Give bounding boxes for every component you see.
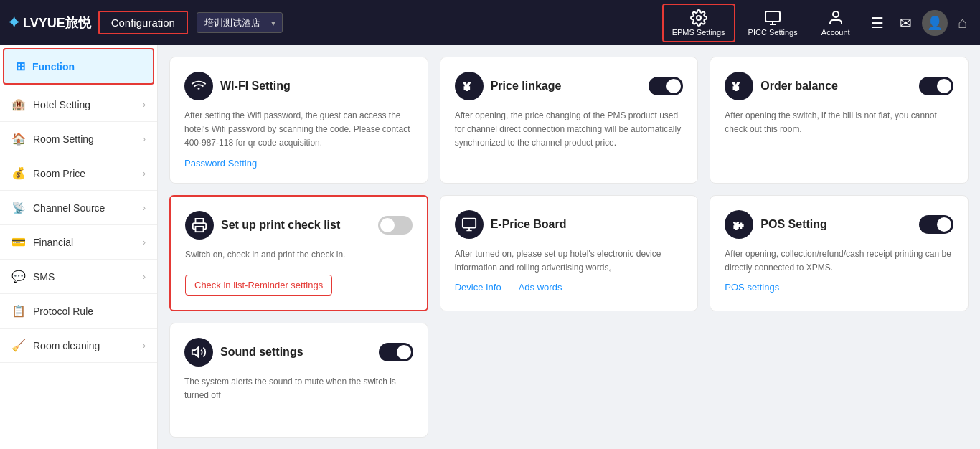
hotel-select-wrapper: 培训测试酒店 — [188, 12, 283, 33]
sidebar-icon-hotel-setting: 🏨 — [11, 98, 26, 111]
card-icon-pos-setting: ¥+ — [725, 210, 753, 239]
svg-marker-8 — [192, 347, 198, 356]
main-content: WI-FI Setting After setting the Wifi pas… — [158, 45, 980, 449]
card-title-order-balance: Order balance — [760, 80, 838, 93]
sidebar-icon-channel-source: 📡 — [11, 201, 26, 214]
account-button[interactable]: Account — [811, 5, 861, 41]
card-title-pos-setting: POS Setting — [760, 218, 826, 231]
epms-label: EPMS Settings — [672, 28, 725, 37]
hotel-select[interactable]: 培训测试酒店 — [197, 12, 283, 33]
card-links-eprice-board: Device InfoAds words — [455, 282, 684, 293]
card-header-wifi: WI-FI Setting — [184, 72, 413, 100]
card-header-order-balance: ¥ Order balance — [725, 72, 953, 100]
card-desc-pos-setting: After opening, collection/refund/cash re… — [725, 247, 953, 275]
card-header-eprice-board: E-Price Board — [455, 210, 684, 239]
sidebar-item-function[interactable]: ⊞ Function — [3, 48, 154, 85]
card-order-balance: ¥ Order balance After opening the switch… — [710, 57, 969, 184]
svg-point-2 — [833, 11, 839, 17]
card-pos-setting: ¥+ POS Setting After opening, collection… — [710, 195, 969, 311]
sidebar-item-hotel-setting[interactable]: 🏨 Hotel Setting › — [0, 88, 157, 122]
card-links-wifi: Password Setting — [184, 158, 413, 169]
card-eprice-board: E-Price Board After turned on, please se… — [440, 195, 699, 311]
sidebar-icon-protocol-rule: 📋 — [11, 304, 26, 318]
inner-link-print-checklist[interactable]: Check in list-Reminder settings — [185, 275, 332, 296]
sidebar-item-protocol-rule[interactable]: 📋 Protocol Rule — [0, 294, 157, 329]
picc-label: PICC Settings — [748, 28, 798, 37]
card-link[interactable]: Password Setting — [184, 158, 257, 169]
card-desc-sound-settings: The system alerts the sound to mute when… — [184, 375, 413, 402]
home-icon[interactable]: ⌂ — [952, 9, 973, 37]
svg-text:¥+: ¥+ — [734, 220, 744, 230]
card-print-checklist: Set up print check list Switch on, check… — [169, 195, 428, 311]
toggle-sound-settings[interactable] — [379, 343, 413, 361]
sidebar-label-financial: Financial — [33, 237, 73, 248]
layout: ⊞ Function 🏨 Hotel Setting › 🏠 Room Sett… — [0, 45, 980, 449]
sidebar-item-room-price[interactable]: 💰 Room Price › — [0, 156, 157, 191]
card-title-eprice-board: E-Price Board — [491, 218, 567, 231]
card-header-sound-settings: Sound settings — [184, 338, 413, 367]
svg-point-0 — [697, 16, 701, 20]
card-desc-price-linkage: After opening, the price changing of the… — [455, 109, 684, 151]
sidebar-label-function: Function — [32, 61, 75, 72]
sidebar-icon-function: ⊞ — [16, 60, 25, 73]
svg-rect-6 — [462, 218, 475, 227]
card-desc-order-balance: After opening the switch, if the bill is… — [725, 109, 953, 136]
card-desc-wifi: After setting the Wifi password, the gue… — [184, 109, 413, 151]
chevron-icon: › — [143, 100, 146, 110]
toggle-print-checklist[interactable] — [378, 216, 413, 235]
sidebar-icon-sms: 💬 — [11, 270, 26, 283]
menu-button[interactable]: ☰ — [865, 10, 890, 36]
card-price-linkage: ¥ Price linkage After opening, the price… — [440, 57, 699, 184]
sidebar-icon-room-setting: 🏠 — [11, 132, 26, 146]
card-sound-settings: Sound settings The system alerts the sou… — [169, 323, 428, 438]
sidebar-label-room-cleaning: Room cleaning — [33, 340, 100, 351]
svg-rect-1 — [765, 11, 780, 22]
logo-text: LVYUE旅悦 — [23, 14, 91, 32]
sidebar-label-room-setting: Room Setting — [33, 133, 94, 145]
card-header-print-checklist: Set up print check list — [185, 211, 413, 240]
configuration-button[interactable]: Configuration — [98, 11, 188, 34]
avatar[interactable]: 👤 — [922, 10, 948, 36]
toggle-order-balance[interactable] — [919, 77, 953, 95]
card-desc-eprice-board: After turned on, please set up hotel's e… — [455, 247, 684, 275]
logo: ✦ LVYUE旅悦 — [7, 14, 91, 32]
picc-settings-button[interactable]: PICC Settings — [740, 5, 806, 41]
account-label: Account — [821, 28, 850, 37]
toggle-pos-setting[interactable] — [919, 215, 953, 234]
card-title-sound-settings: Sound settings — [220, 346, 303, 359]
sidebar-label-protocol-rule: Protocol Rule — [33, 306, 93, 317]
sidebar-item-room-setting[interactable]: 🏠 Room Setting › — [0, 122, 157, 156]
nav-actions: EPMS Settings PICC Settings Account ☰ ✉ … — [662, 4, 973, 42]
card-title-wifi: WI-FI Setting — [220, 80, 291, 93]
card-link[interactable]: POS settings — [725, 282, 779, 293]
card-link[interactable]: Device Info — [455, 282, 501, 293]
sidebar-item-channel-source[interactable]: 📡 Channel Source › — [0, 191, 157, 225]
card-icon-wifi — [184, 72, 213, 100]
chevron-icon: › — [143, 272, 146, 282]
sidebar-icon-room-price: 💰 — [11, 166, 26, 180]
toggle-price-linkage[interactable] — [649, 77, 683, 95]
chevron-icon: › — [143, 134, 146, 144]
card-icon-price-linkage: ¥ — [455, 72, 484, 100]
cards-grid: WI-FI Setting After setting the Wifi pas… — [169, 57, 969, 438]
card-link[interactable]: Ads words — [519, 282, 562, 293]
sidebar-item-room-cleaning[interactable]: 🧹 Room cleaning › — [0, 329, 157, 363]
sidebar-label-hotel-setting: Hotel Setting — [33, 99, 90, 110]
epms-settings-button[interactable]: EPMS Settings — [662, 4, 735, 42]
card-links-pos-setting: POS settings — [725, 282, 953, 293]
logo-icon: ✦ — [7, 14, 20, 32]
card-desc-print-checklist: Switch on, check in and print the check … — [185, 248, 413, 262]
card-header-pos-setting: ¥+ POS Setting — [725, 210, 953, 239]
chevron-icon: › — [143, 169, 146, 179]
sidebar: ⊞ Function 🏨 Hotel Setting › 🏠 Room Sett… — [0, 45, 158, 449]
sidebar-item-sms[interactable]: 💬 SMS › — [0, 260, 157, 294]
card-icon-print-checklist — [185, 211, 214, 240]
chevron-icon: › — [143, 203, 146, 213]
sidebar-label-channel-source: Channel Source — [33, 202, 105, 214]
svg-rect-5 — [196, 226, 204, 231]
chevron-icon: › — [143, 341, 146, 351]
sidebar-item-financial[interactable]: 💳 Financial › — [0, 225, 157, 260]
card-title-print-checklist: Set up print check list — [221, 219, 340, 232]
sidebar-icon-financial: 💳 — [11, 235, 26, 249]
mail-button[interactable]: ✉ — [894, 10, 918, 36]
